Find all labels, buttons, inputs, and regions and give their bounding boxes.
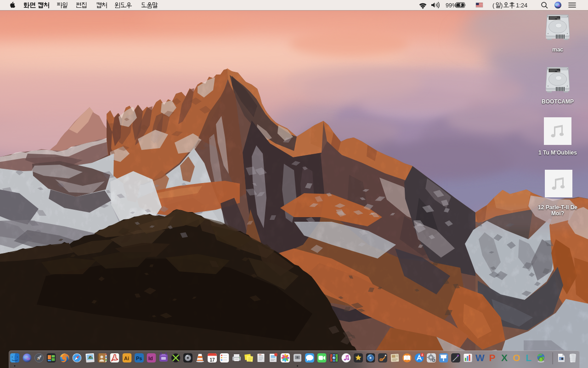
svg-text:4: 4 [421,353,423,356]
svg-text:Id: Id [148,356,153,361]
svg-text:O: O [513,352,520,363]
svg-text:P: P [489,352,495,363]
svg-text:X: X [501,352,508,363]
svg-text:17: 17 [209,357,215,362]
svg-text:): ) [501,2,503,9]
svg-text:(: ( [492,2,495,9]
svg-text:W: W [475,352,485,363]
svg-text:L: L [526,352,532,363]
svg-text:Ps: Ps [136,356,142,361]
svg-text:Ai: Ai [124,356,129,361]
svg-text:1:24: 1:24 [516,2,527,9]
svg-text:99%: 99% [446,2,457,9]
